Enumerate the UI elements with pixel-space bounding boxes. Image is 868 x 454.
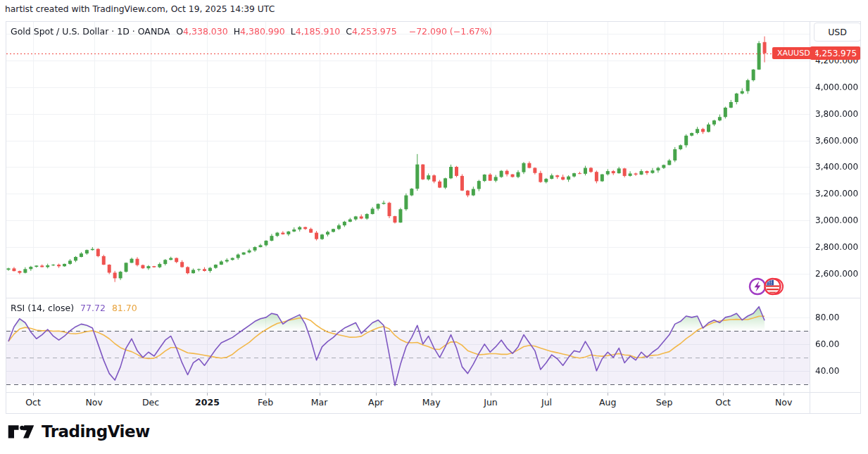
ohlc-o: O4,338.030 [176,26,227,37]
price-axis-tick: 3,600.000 [815,136,858,146]
time-axis-label: Mar [311,397,328,408]
price-axis-tick: 2,800.000 [815,242,858,252]
symbol-price-line-label: XAUUSD [772,47,815,59]
change-value: −72.090 (−1.67%) [409,26,492,37]
tradingview-logo[interactable]: TradingView [7,422,150,441]
rsi-ma-value: 81.70 [112,303,137,313]
time-axis-tick [94,393,95,396]
rsi-axis-tick: 40.00 [815,366,839,376]
ohlc-c: C4,253.975 [346,26,396,37]
time-axis-label: Sep [656,397,673,408]
time-axis-label: Nov [86,397,103,408]
time-axis-label: 2025 [195,397,220,408]
rsi-legend: RSI (14, close) 77.72 81.70 [11,303,137,313]
time-axis-tick [320,393,320,396]
price-axis-tick: 3,000.000 [815,215,858,225]
time-axis-tick [547,393,548,396]
time-axis-tick [265,393,266,396]
rsi-value: 77.72 [80,303,106,313]
time-axis-tick [665,393,665,396]
price-axis-tick: 3,200.000 [815,189,858,198]
us-flag-event-icon[interactable] [765,279,784,294]
event-icons[interactable] [747,276,784,297]
tradingview-logo-icon [7,422,35,441]
last-price-badge: 4,253.975 [810,46,860,60]
time-axis-tick [33,393,34,396]
time-axis-tick [608,393,608,396]
rsi-title: RSI (14, close) [11,303,74,313]
time-axis-label: Oct [25,397,41,408]
time-axis-tick [376,393,377,396]
rsi-axis-tick: 60.00 [815,339,839,349]
time-axis-label: Aug [599,397,616,408]
ohlc-l: L4,185.910 [291,26,341,37]
time-axis-tick [723,393,724,396]
pane-separator[interactable] [6,298,861,298]
time-axis-label: Oct [715,397,731,408]
symbol-legend: Gold Spot / U.S. Dollar · 1D · OANDA O4,… [11,26,492,37]
time-axis-tick [491,393,491,396]
time-axis-label: Dec [142,397,159,408]
price-axis-separator [810,21,810,414]
time-axis-label: May [422,397,441,408]
time-axis-tick [151,393,151,396]
tradingview-logo-text: TradingView [42,422,150,441]
attribution-text: hartist created with TradingView.com, Oc… [5,4,275,14]
symbol-title: Gold Spot / U.S. Dollar · 1D · OANDA [11,26,170,37]
time-axis-tick [207,393,208,396]
tradingview-chart-page: hartist created with TradingView.com, Oc… [0,0,868,454]
ohlc-h: H4,380.990 [234,26,285,37]
time-axis-tick [784,393,784,396]
time-axis-label: Jul [541,397,552,408]
time-axis-tick [432,393,432,396]
price-axis-tick: 3,400.000 [815,162,858,172]
price-axis-tick: 4,000.000 [815,82,858,92]
price-axis-tick: 3,800.000 [815,109,858,119]
lightning-event-icon[interactable] [750,279,765,294]
price-chart-canvas[interactable] [6,22,810,298]
currency-unit-button[interactable]: USD [814,23,861,42]
ohlc-values: O4,338.030H4,380.990L4,185.910C4,253.975 [176,26,402,37]
time-axis-label: Apr [368,397,384,408]
time-axis-label: Feb [258,397,273,408]
price-axis-tick: 2,600.000 [815,269,858,279]
rsi-axis-tick: 80.00 [815,313,839,322]
time-axis-label: Jun [484,397,498,408]
time-axis-label: Nov [775,397,792,408]
time-axis-separator [6,392,861,393]
